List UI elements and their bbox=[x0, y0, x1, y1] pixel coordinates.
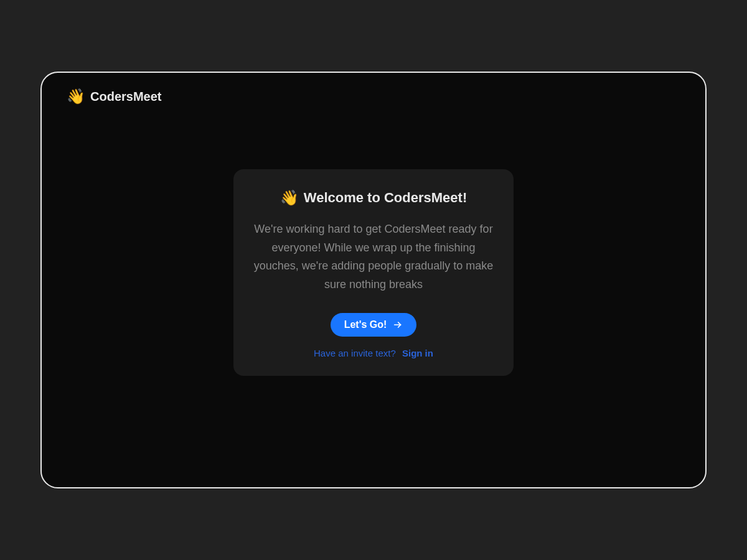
invite-question: Have an invite text? bbox=[314, 348, 396, 358]
logo-text: CodersMeet bbox=[90, 90, 161, 104]
wave-icon: 👋 bbox=[280, 189, 299, 207]
invite-row: Have an invite text? Sign in bbox=[251, 348, 496, 358]
sign-in-link[interactable]: Sign in bbox=[402, 348, 433, 358]
app-window: 👋 CodersMeet 👋 Welcome to CodersMeet! We… bbox=[40, 72, 707, 488]
arrow-right-icon bbox=[393, 320, 403, 330]
card-body-text: We're working hard to get CodersMeet rea… bbox=[251, 220, 496, 294]
wave-icon: 👋 bbox=[67, 88, 85, 105]
cta-label: Let's Go! bbox=[344, 319, 387, 330]
logo: 👋 CodersMeet bbox=[67, 88, 161, 105]
card-heading: 👋 Welcome to CodersMeet! bbox=[251, 189, 496, 207]
welcome-card: 👋 Welcome to CodersMeet! We're working h… bbox=[233, 169, 514, 376]
heading-text: Welcome to CodersMeet! bbox=[304, 190, 467, 206]
lets-go-button[interactable]: Let's Go! bbox=[331, 313, 417, 337]
